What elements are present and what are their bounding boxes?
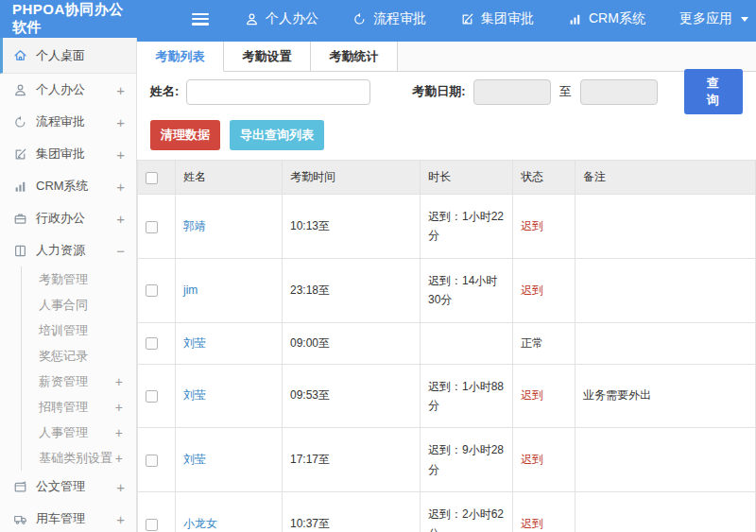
expand-toggle[interactable]: +: [115, 451, 123, 466]
tab-label: 考勤列表: [156, 48, 205, 65]
sidebar-subitem-6-7[interactable]: 基础类别设置+: [22, 445, 136, 471]
attendance-time-cell: 10:13至: [283, 195, 421, 259]
sidebar-subitem-6-5[interactable]: 招聘管理+: [22, 394, 136, 420]
menu-toggle-icon[interactable]: [192, 13, 209, 26]
top-nav-label: 个人办公: [266, 10, 318, 27]
sidebar-item-8[interactable]: 用车管理+: [0, 503, 136, 532]
duration-cell: 迟到：14小时30分: [421, 258, 513, 322]
sidebar-item-1[interactable]: 个人办公+: [0, 74, 136, 106]
sidebar-item-2[interactable]: 流程审批+: [0, 106, 136, 138]
remark-cell: [576, 195, 756, 259]
sidebar-item-label: 人力资源: [36, 242, 85, 259]
row-checkbox[interactable]: [146, 455, 158, 467]
sidebar-item-3[interactable]: 集团审批+: [0, 138, 136, 170]
action-bar: 清理数据 导出查询列表: [137, 112, 756, 160]
top-nav-label: 集团审批: [481, 10, 534, 27]
sidebar-item-7[interactable]: 公文管理+: [0, 471, 136, 503]
sidebar-item-label: 集团审批: [36, 146, 85, 163]
tab-2[interactable]: 考勤统计: [311, 42, 398, 71]
sidebar-subitem-6-6[interactable]: 人事管理+: [22, 420, 136, 445]
flow-icon: [13, 115, 27, 129]
sidebar-item-label: 行政办公: [36, 210, 85, 227]
expand-toggle[interactable]: +: [116, 114, 125, 130]
tab-label: 考勤设置: [243, 48, 292, 65]
sidebar-item-label: 个人办公: [36, 81, 85, 98]
sidebar-item-5[interactable]: 行政办公+: [0, 202, 136, 234]
edit-icon: [460, 12, 474, 26]
employee-name-link[interactable]: 小龙女: [176, 492, 283, 532]
duration-cell: 迟到：9小时28分: [421, 428, 513, 492]
row-checkbox[interactable]: [146, 284, 158, 297]
sidebar-item-label: 个人桌面: [36, 47, 85, 64]
tab-0[interactable]: 考勤列表: [137, 42, 224, 72]
employee-name-link[interactable]: jim: [176, 258, 283, 322]
top-nav-label: 流程审批: [373, 10, 426, 27]
expand-toggle[interactable]: +: [115, 425, 123, 440]
remark-cell: [576, 492, 756, 532]
expand-toggle[interactable]: +: [116, 179, 125, 195]
sidebar-item-0[interactable]: 个人桌面: [0, 38, 136, 74]
top-nav: 个人办公流程审批集团审批CRM系统更多应用: [245, 10, 748, 27]
sidebar-subitem-6-4[interactable]: 薪资管理+: [22, 369, 136, 394]
sidebar-subitem-label: 考勤管理: [39, 271, 88, 288]
attendance-table-wrap: 姓名考勤时间时长状态备注 郭靖10:13至迟到：1小时22分迟到jim23:18…: [137, 160, 756, 532]
sidebar-item-6[interactable]: 人力资源−: [0, 234, 136, 266]
top-nav-item-4[interactable]: 更多应用: [679, 10, 748, 27]
sidebar-subitem-6-3[interactable]: 奖惩记录: [22, 343, 136, 369]
export-list-button[interactable]: 导出查询列表: [230, 120, 324, 150]
expand-toggle[interactable]: +: [116, 479, 125, 495]
status-badge: 迟到: [513, 492, 576, 532]
date-from-input[interactable]: [473, 79, 551, 105]
attendance-time-cell: 09:53至: [283, 364, 421, 428]
expand-toggle[interactable]: +: [116, 82, 125, 98]
table-row: 小龙女10:37至迟到：2小时62分迟到: [138, 492, 756, 532]
sidebar-subitem-6-2[interactable]: 培训管理: [22, 317, 136, 343]
employee-name-link[interactable]: 刘莹: [176, 322, 283, 364]
to-label: 至: [559, 83, 572, 100]
clear-data-button[interactable]: 清理数据: [150, 120, 220, 150]
top-nav-label: CRM系统: [589, 10, 645, 27]
expand-toggle[interactable]: +: [116, 211, 125, 227]
employee-name-link[interactable]: 刘莹: [176, 364, 283, 428]
employee-name-link[interactable]: 刘莹: [176, 428, 283, 492]
name-input[interactable]: [186, 79, 370, 105]
row-checkbox[interactable]: [146, 221, 158, 233]
duration-cell: [421, 322, 513, 364]
edit-icon: [13, 147, 27, 162]
sidebar-subitem-label: 人事管理: [39, 424, 88, 441]
expand-toggle[interactable]: +: [116, 511, 125, 527]
tab-1[interactable]: 考勤设置: [224, 42, 311, 71]
select-all-checkbox[interactable]: [146, 172, 158, 184]
date-to-input[interactable]: [580, 79, 658, 105]
expand-toggle[interactable]: −: [116, 243, 125, 259]
filter-bar: 姓名: 考勤日期: 至 查 询: [137, 72, 756, 112]
status-badge: 迟到: [513, 258, 576, 322]
expand-toggle[interactable]: +: [115, 374, 123, 389]
row-checkbox[interactable]: [146, 390, 158, 403]
table-body: 郭靖10:13至迟到：1小时22分迟到jim23:18至迟到：14小时30分迟到…: [138, 195, 756, 532]
sidebar-item-4[interactable]: CRM系统+: [0, 170, 136, 202]
user-icon: [13, 83, 27, 97]
sidebar-subitem-label: 奖惩记录: [39, 348, 88, 365]
row-checkbox[interactable]: [146, 519, 158, 531]
doc-icon: [13, 480, 27, 494]
top-nav-item-0[interactable]: 个人办公: [245, 10, 318, 27]
status-badge: 迟到: [513, 428, 576, 492]
employee-name-link[interactable]: 郭靖: [176, 195, 283, 259]
sidebar-subitem-6-1[interactable]: 人事合同: [22, 292, 136, 317]
top-nav-item-1[interactable]: 流程审批: [352, 10, 426, 27]
tab-label: 考勤统计: [330, 48, 379, 65]
expand-toggle[interactable]: +: [116, 146, 125, 163]
top-bar: PHPOA协同办公软件 个人办公流程审批集团审批CRM系统更多应用: [0, 0, 756, 38]
row-checkbox[interactable]: [146, 337, 158, 350]
chart-icon: [13, 180, 27, 194]
sidebar-subitem-6-0[interactable]: 考勤管理: [22, 266, 136, 292]
top-nav-item-3[interactable]: CRM系统: [568, 10, 645, 27]
sidebar-subitem-label: 薪资管理: [39, 373, 88, 390]
sidebar-item-label: 流程审批: [36, 113, 85, 130]
status-badge: 迟到: [513, 364, 576, 428]
sidebar-subitem-label: 人事合同: [39, 297, 88, 314]
query-button[interactable]: 查 询: [684, 69, 743, 114]
expand-toggle[interactable]: +: [115, 400, 123, 415]
top-nav-item-2[interactable]: 集团审批: [460, 10, 534, 27]
